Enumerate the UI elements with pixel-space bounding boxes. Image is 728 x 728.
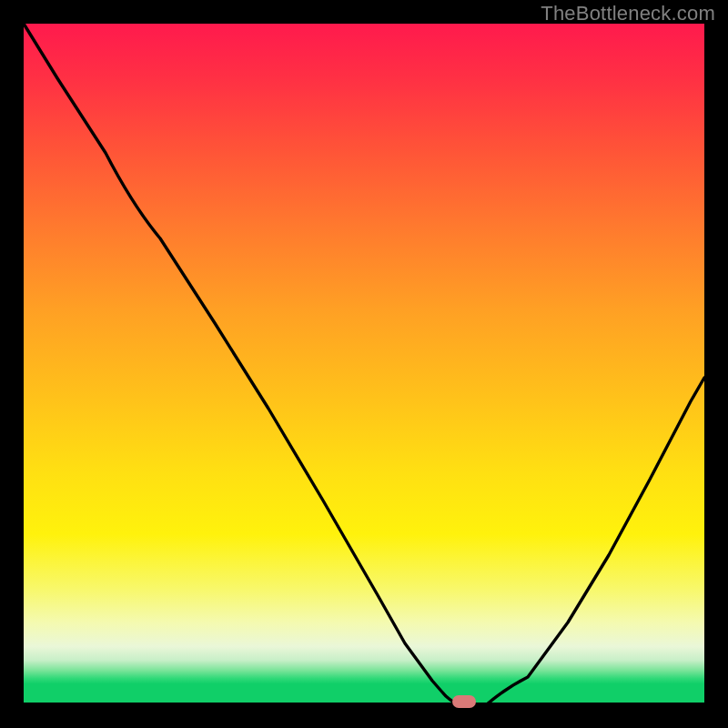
chart-frame: TheBottleneck.com <box>0 0 728 728</box>
attribution-text: TheBottleneck.com <box>541 2 715 25</box>
bottleneck-curve <box>24 24 704 704</box>
optimal-marker <box>452 695 476 708</box>
curve-path <box>24 24 704 704</box>
plot-area <box>24 24 704 704</box>
